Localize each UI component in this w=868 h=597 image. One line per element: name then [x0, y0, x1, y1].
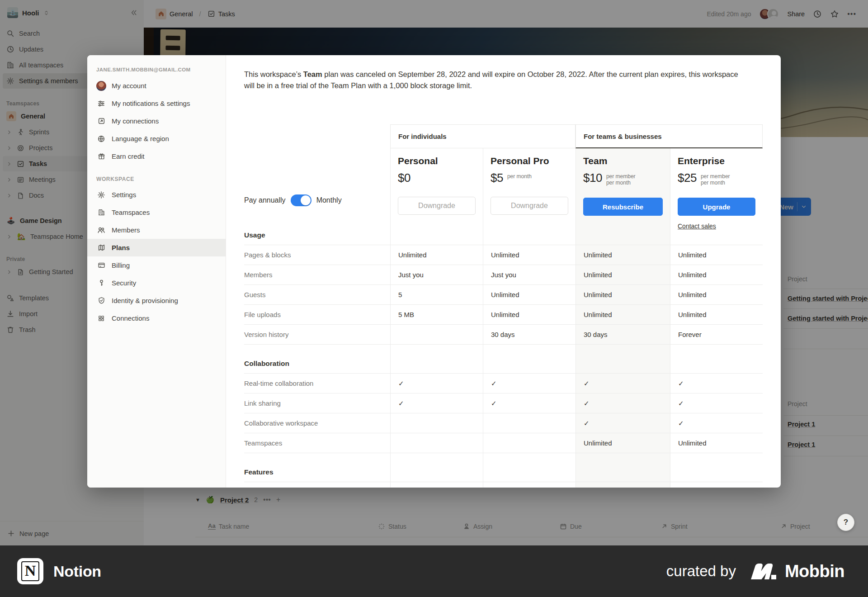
- contact-sales-link[interactable]: Contact sales: [678, 223, 716, 230]
- feature-value: Just you: [390, 265, 483, 284]
- settings-item-workspace-connections[interactable]: Connections: [87, 309, 226, 327]
- settings-item-plans[interactable]: Plans: [87, 239, 226, 256]
- feature-value: [390, 433, 483, 453]
- settings-item-language[interactable]: Language & region: [87, 130, 226, 147]
- section-heading-row: Features: [244, 453, 763, 482]
- grid-icon: [96, 315, 106, 322]
- feature-label: Guests: [244, 285, 390, 304]
- section-heading-features: Features: [244, 453, 390, 482]
- feature-label: Pages & blocks: [244, 245, 390, 265]
- feature-label: Collaborative workspace: [244, 413, 390, 433]
- pay-annually-label: Pay annually: [244, 196, 286, 204]
- feature-value: Unlimited: [483, 285, 576, 304]
- feature-value: Unlimited: [390, 245, 483, 265]
- feature-label: File uploads: [244, 305, 390, 324]
- notion-brand-name: Notion: [53, 563, 101, 580]
- gear-icon: [96, 191, 106, 199]
- settings-item-security[interactable]: Security: [87, 274, 226, 292]
- feature-value: Unlimited: [576, 305, 670, 324]
- upgrade-button[interactable]: Upgrade: [678, 198, 755, 216]
- settings-item-notifications[interactable]: My notifications & settings: [87, 95, 226, 112]
- avatar: [96, 81, 106, 91]
- help-button[interactable]: ?: [837, 514, 854, 531]
- feature-value: ✓: [576, 393, 670, 413]
- mobbin-brand-name: Mobbin: [785, 562, 844, 581]
- plan-card-personal-pro: Personal Pro $5per month Downgrade: [483, 148, 576, 245]
- feature-row: TeamspacesUnlimitedUnlimited: [244, 433, 763, 453]
- plans-content: This workspace’s Team plan was canceled …: [226, 55, 781, 488]
- feature-value: [483, 433, 576, 453]
- section-heading-row: Collaboration: [244, 345, 763, 374]
- feature-value: ✓: [576, 374, 670, 393]
- feature-row: Real-time collaboration✓✓✓✓: [244, 374, 763, 393]
- globe-icon: [96, 135, 106, 143]
- plan-header-row: Pay annually Monthly Usage Personal $0 D…: [244, 148, 763, 245]
- billing-cycle-switch[interactable]: [291, 194, 311, 206]
- gift-icon: [96, 152, 106, 160]
- feature-value: ✓: [670, 374, 763, 393]
- section-heading-usage: Usage: [244, 231, 265, 239]
- plan-card-enterprise: Enterprise $25per memberper month Upgrad…: [670, 148, 763, 245]
- downgrade-button[interactable]: Downgrade: [398, 197, 476, 215]
- feature-value: ✓: [390, 374, 483, 393]
- group-for-individuals: For individuals: [390, 124, 576, 148]
- plan-cancellation-notice: This workspace’s Team plan was canceled …: [244, 69, 740, 91]
- clipped-row: [244, 482, 763, 488]
- feature-value: Unlimited: [670, 433, 763, 453]
- feature-value: Unlimited: [576, 433, 670, 453]
- feature-value: [390, 325, 483, 344]
- settings-item-identity[interactable]: Identity & provisioning: [87, 292, 226, 309]
- workspace-section-label: WORKSPACE: [87, 176, 226, 182]
- mobbin-logo-icon: [750, 562, 778, 580]
- group-for-teams: For teams & businesses: [576, 124, 763, 148]
- feature-value: ✓: [670, 393, 763, 413]
- feature-label: Teamspaces: [244, 433, 390, 453]
- account-email: JANE.SMITH.MOBBIN@GMAIL.COM: [87, 67, 226, 72]
- feature-value: 30 days: [576, 325, 670, 344]
- billing-cycle-toggle-row: Pay annually Monthly: [244, 194, 342, 206]
- key-icon: [96, 279, 106, 287]
- arrow-out-box-icon: [96, 117, 106, 125]
- settings-item-connections[interactable]: My connections: [87, 112, 226, 130]
- settings-item-billing[interactable]: Billing: [87, 256, 226, 274]
- plan-controls-cell: Pay annually Monthly Usage: [244, 148, 390, 245]
- settings-item-my-account[interactable]: My account: [87, 77, 226, 95]
- feature-row: Link sharing✓✓✓✓: [244, 393, 763, 413]
- settings-item-earn-credit[interactable]: Earn credit: [87, 147, 226, 165]
- downgrade-button[interactable]: Downgrade: [491, 197, 568, 215]
- feature-label: Version history: [244, 325, 390, 344]
- settings-item-workspace-settings[interactable]: Settings: [87, 186, 226, 204]
- feature-row: Version history30 days30 daysForever: [244, 325, 763, 345]
- resubscribe-button[interactable]: Resubscribe: [583, 198, 663, 216]
- feature-value: 5 MB: [390, 305, 483, 324]
- mobbin-footer: N Notion curated by Mobbin: [0, 545, 868, 597]
- monthly-label: Monthly: [316, 196, 342, 204]
- shield-check-icon: [96, 297, 106, 304]
- plan-card-team: Team $10per memberper month Resubscribe: [576, 148, 670, 245]
- settings-item-teamspaces[interactable]: Teamspaces: [87, 204, 226, 221]
- feature-row: MembersJust youJust youUnlimitedUnlimite…: [244, 265, 763, 285]
- feature-value: Unlimited: [483, 245, 576, 265]
- feature-label: Link sharing: [244, 393, 390, 413]
- map-icon: [96, 244, 106, 251]
- app-window: Project Getting started with Projects Ge…: [0, 0, 868, 597]
- curated-by-label: curated by: [666, 563, 736, 580]
- feature-value: Unlimited: [670, 265, 763, 284]
- feature-value: Just you: [483, 265, 576, 284]
- feature-value: ✓: [390, 393, 483, 413]
- feature-row: File uploads5 MBUnlimitedUnlimitedUnlimi…: [244, 305, 763, 325]
- feature-value: [390, 413, 483, 433]
- feature-value: [483, 413, 576, 433]
- feature-label: Real-time collaboration: [244, 374, 390, 393]
- feature-row: Collaborative workspace✓✓: [244, 413, 763, 433]
- settings-item-members[interactable]: Members: [87, 221, 226, 239]
- people-icon: [96, 226, 106, 234]
- plan-group-header-row: For individuals For teams & businesses: [244, 124, 763, 148]
- feature-value: Unlimited: [670, 285, 763, 304]
- feature-value: ✓: [483, 374, 576, 393]
- settings-sidebar: JANE.SMITH.MOBBIN@GMAIL.COM My account M…: [87, 55, 226, 488]
- feature-value: Unlimited: [576, 285, 670, 304]
- feature-value: ✓: [483, 393, 576, 413]
- feature-value: 30 days: [483, 325, 576, 344]
- feature-row: Pages & blocksUnlimitedUnlimitedUnlimite…: [244, 245, 763, 265]
